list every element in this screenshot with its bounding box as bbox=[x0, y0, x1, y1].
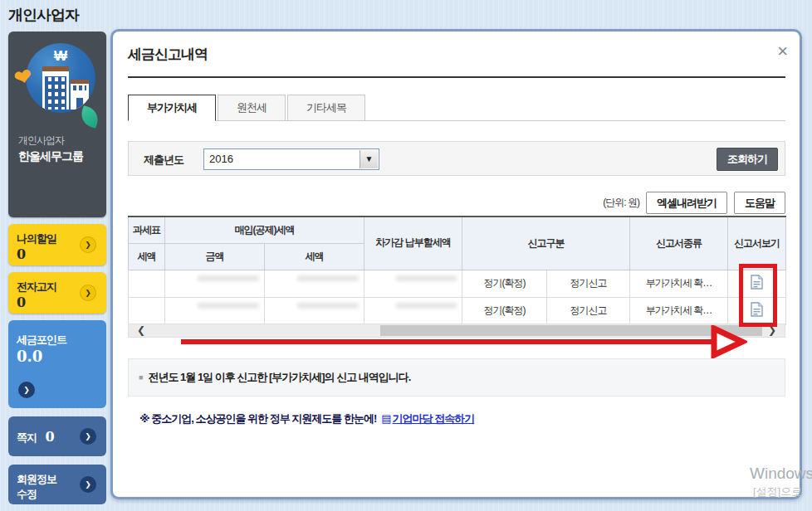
redacted-value bbox=[396, 275, 457, 281]
col-header-amount: 금액 bbox=[165, 243, 265, 270]
page-title: 개인사업자 bbox=[8, 5, 79, 25]
redacted-value bbox=[297, 303, 359, 309]
col-header-tax-base: 과세표 bbox=[129, 217, 165, 243]
cell-redacted bbox=[364, 297, 462, 324]
sidebar-item-tax-point[interactable]: 세금포인트 0.0 ❯ bbox=[8, 320, 106, 408]
chevron-right-icon[interactable]: ❯ bbox=[80, 236, 96, 253]
tax-report-modal: 세금신고내역 × 부가가치세 원천세 기타세목 제출년도 2016 ▼ 조회하기… bbox=[110, 29, 802, 499]
col-header-balance: 차가감 납부할세액 bbox=[364, 217, 462, 270]
filter-bar: 제출년도 2016 ▼ 조회하기 bbox=[128, 141, 785, 176]
member-info-label: 회원정보 수정 bbox=[17, 472, 68, 501]
support-note: ※ 중소기업, 소상공인을 위한 정부 지원제도를 한눈에!▤기업마당 접속하기 bbox=[139, 411, 474, 426]
tab-bar: 부가가치세 원천세 기타세목 bbox=[128, 95, 367, 121]
col-header-report-type: 신고서종류 bbox=[630, 217, 728, 270]
sidebar-item-member-info[interactable]: 회원정보 수정 ❯ bbox=[8, 465, 106, 504]
cell-report-class2: 정기신고 bbox=[547, 270, 630, 297]
note-box: ■ 전년도 1월 1일 이후 신고한 [부가가치세]의 신고 내역입니다. bbox=[128, 358, 785, 397]
year-select-value: 2016 bbox=[209, 153, 233, 165]
biz-portal-icon: ▤ bbox=[381, 412, 390, 425]
profile-type: 개인사업자 bbox=[18, 133, 106, 148]
windows-watermark: Windows [설정]으로 bbox=[750, 465, 812, 499]
globe-icon: ₩ bbox=[26, 43, 95, 113]
cell-redacted bbox=[165, 297, 265, 324]
close-icon[interactable]: × bbox=[777, 43, 788, 60]
scroll-left-icon[interactable]: ❮ bbox=[137, 324, 145, 337]
redacted-value bbox=[198, 303, 259, 309]
annotation-arrow-head-icon bbox=[711, 325, 747, 362]
watermark-line2: [설정]으로 bbox=[750, 484, 812, 499]
message-count: 0 bbox=[45, 429, 54, 445]
watermark-line1: Windows bbox=[750, 465, 812, 483]
redacted-value bbox=[396, 303, 457, 309]
annotation-arrow-line bbox=[181, 339, 717, 344]
horizontal-scrollbar[interactable]: ❮ ❯ bbox=[128, 324, 785, 338]
profile-company-name: 한울세무그룹 bbox=[18, 148, 106, 165]
unit-label: (단위: 원) bbox=[603, 196, 639, 210]
tax-point-label: 세금포인트 bbox=[17, 333, 98, 348]
leaf-icon bbox=[78, 105, 101, 129]
modal-title: 세금신고내역 bbox=[128, 45, 208, 64]
biz-portal-link[interactable]: 기업마당 접속하기 bbox=[393, 412, 475, 425]
submit-year-label: 제출년도 bbox=[144, 153, 183, 168]
tax-point-value: 0.0 bbox=[17, 348, 98, 365]
excel-download-button[interactable]: 엑셀내려받기 bbox=[646, 192, 727, 214]
cell-empty bbox=[129, 297, 165, 324]
cell-redacted bbox=[165, 270, 265, 297]
tab-vat[interactable]: 부가가치세 bbox=[128, 95, 216, 121]
cell-report-type: 부가가치세 확… bbox=[630, 297, 728, 324]
search-button[interactable]: 조회하기 bbox=[717, 148, 778, 171]
table-row: 정기(확정) 정기신고 부가가치세 확… bbox=[129, 297, 786, 324]
cell-report-class1: 정기(확정) bbox=[462, 270, 547, 297]
sidebar-item-my-todo[interactable]: 나의할일 0 ❯ bbox=[8, 224, 106, 265]
redacted-value bbox=[198, 275, 259, 281]
cell-redacted bbox=[265, 270, 364, 297]
help-button[interactable]: 도움말 bbox=[734, 192, 785, 214]
note-text: 전년도 1월 1일 이후 신고한 [부가가치세]의 신고 내역입니다. bbox=[148, 370, 410, 385]
tax-report-table: 과세표 매입(공제)세액 차가감 납부할세액 신고구분 신고서종류 신고서보기 … bbox=[128, 216, 785, 325]
chevron-right-icon[interactable]: ❯ bbox=[18, 382, 35, 398]
profile-card: ₩ ❤ 개인사업자 한울세무그룹 bbox=[8, 32, 106, 217]
col-header-report-view: 신고서보기 bbox=[728, 217, 786, 270]
company-logo: ₩ ❤ bbox=[19, 43, 95, 119]
chevron-right-icon[interactable]: ❯ bbox=[80, 476, 96, 493]
table-row: 정기(확정) 정기신고 부가가치세 확… bbox=[129, 270, 786, 297]
support-note-text: ※ 중소기업, 소상공인을 위한 정부 지원제도를 한눈에! bbox=[139, 412, 376, 425]
chevron-down-icon[interactable]: ▼ bbox=[360, 150, 378, 168]
year-select[interactable]: 2016 ▼ bbox=[203, 148, 379, 170]
col-header-tax2: 세액 bbox=[265, 243, 364, 270]
col-header-purchase-tax: 매입(공제)세액 bbox=[165, 217, 364, 243]
annotation-highlight-box bbox=[739, 264, 777, 327]
building-small-icon bbox=[71, 80, 89, 110]
tab-underline bbox=[128, 120, 785, 121]
tab-withholding[interactable]: 원천세 bbox=[218, 95, 286, 121]
chevron-right-icon[interactable]: ❯ bbox=[80, 285, 96, 301]
redacted-value bbox=[297, 275, 359, 281]
title-divider bbox=[128, 76, 785, 78]
won-symbol: ₩ bbox=[26, 48, 95, 65]
col-header-tax: 세액 bbox=[129, 243, 165, 270]
cell-report-type: 부가가치세 확… bbox=[630, 270, 728, 297]
message-label: 쪽지 bbox=[17, 431, 37, 444]
cell-report-class1: 정기(확정) bbox=[462, 297, 547, 324]
cell-empty bbox=[129, 270, 165, 297]
building-icon bbox=[42, 66, 69, 110]
tab-other-taxes[interactable]: 기타세목 bbox=[287, 95, 365, 121]
scrollbar-thumb[interactable] bbox=[380, 325, 762, 336]
table-toolbar: (단위: 원) 엑셀내려받기 도움말 bbox=[128, 191, 785, 214]
desktop: 개인사업자 ₩ ❤ 개인사업자 한울세무그룹 나의할일 0 ❯ 전자고지 0 ❯… bbox=[0, 0, 812, 511]
cell-redacted bbox=[364, 270, 462, 297]
col-header-report-class: 신고구분 bbox=[462, 217, 630, 270]
sidebar-item-message[interactable]: 쪽지 0 ❯ bbox=[8, 416, 106, 456]
chevron-right-icon[interactable]: ❯ bbox=[80, 428, 96, 445]
cell-report-class2: 정기신고 bbox=[547, 297, 630, 324]
cell-redacted bbox=[265, 297, 364, 324]
sidebar-item-e-notice[interactable]: 전자고지 0 ❯ bbox=[8, 272, 106, 314]
bullet-icon: ■ bbox=[139, 373, 143, 382]
